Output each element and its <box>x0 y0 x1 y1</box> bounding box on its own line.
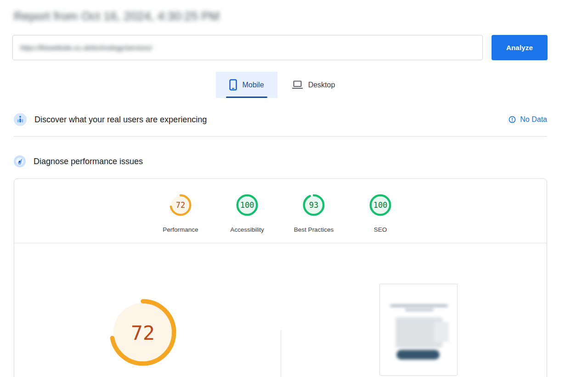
screenshot-text-line <box>405 309 434 311</box>
lighthouse-diagnose-icon <box>14 155 26 167</box>
section-divider <box>14 136 547 137</box>
no-data-link[interactable]: No Data <box>509 115 547 124</box>
score-gauge-svg: 93 <box>303 194 325 216</box>
url-input-value: https://thewebsite.co.uk/technology/serv… <box>20 44 152 51</box>
metrics-column-divider <box>281 330 281 377</box>
screenshot-image-block <box>434 322 449 342</box>
svg-text:93: 93 <box>309 200 318 210</box>
svg-text:72: 72 <box>176 200 185 210</box>
diagnose-heading: Diagnose performance issues <box>34 157 143 166</box>
info-icon <box>509 116 516 123</box>
scores-divider <box>14 243 547 243</box>
score-item[interactable]: 72 Performance <box>153 194 208 233</box>
score-gauge-svg: 72 <box>109 299 176 366</box>
real-users-heading: Discover what your real users are experi… <box>34 115 207 125</box>
no-data-label: No Data <box>520 115 547 124</box>
screenshot-text-line <box>390 305 448 307</box>
score-label: Performance <box>163 226 198 233</box>
final-screenshot-thumbnail[interactable] <box>379 284 458 376</box>
score-item[interactable]: 93 Best Practices <box>286 194 341 233</box>
score-label: Accessibility <box>230 226 264 233</box>
mobile-phone-icon <box>229 79 237 91</box>
score-item[interactable]: 100 SEO <box>353 194 408 233</box>
score-item[interactable]: 100 Accessibility <box>220 194 275 233</box>
score-label: SEO <box>374 226 387 233</box>
analyze-button[interactable]: Analyze <box>492 35 548 60</box>
report-title: Report from Oct 16, 2024, 4:30:25 PM <box>14 9 220 23</box>
tab-mobile-label: Mobile <box>242 81 264 89</box>
screenshot-button-block <box>396 350 440 360</box>
score-label: Best Practices <box>294 226 334 233</box>
performance-big-gauge: 72 <box>109 299 176 366</box>
real-users-section-header: Discover what your real users are experi… <box>14 109 547 130</box>
score-gauge-svg: 72 <box>170 194 192 216</box>
tab-mobile[interactable]: Mobile <box>216 72 277 98</box>
svg-text:100: 100 <box>373 200 388 210</box>
svg-text:100: 100 <box>240 200 254 210</box>
real-users-metrics-icon <box>14 113 27 126</box>
score-gauge-svg: 100 <box>369 194 391 216</box>
lighthouse-report-card: 72 Performance 100 Accessibility 93 Best… <box>14 178 547 377</box>
tab-desktop[interactable]: Desktop <box>277 72 349 98</box>
score-gauge-svg: 100 <box>236 194 258 216</box>
diagnose-section-header: Diagnose performance issues <box>14 151 547 172</box>
url-input[interactable]: https://thewebsite.co.uk/technology/serv… <box>12 35 483 60</box>
scores-row: 72 Performance 100 Accessibility 93 Best… <box>14 194 547 233</box>
desktop-laptop-icon <box>292 80 303 89</box>
final-screenshot-content <box>380 284 457 375</box>
tab-desktop-label: Desktop <box>308 81 335 89</box>
tab-active-underline <box>226 97 267 98</box>
svg-text:72: 72 <box>131 321 155 344</box>
